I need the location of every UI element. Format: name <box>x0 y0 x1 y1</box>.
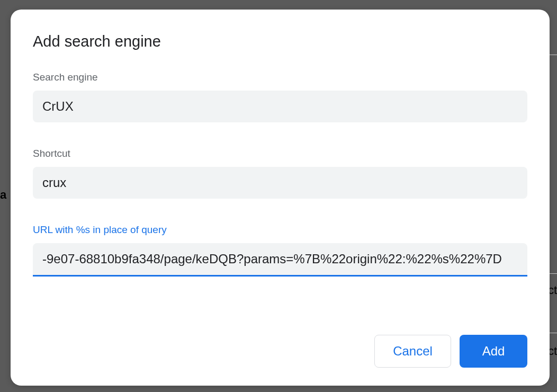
dialog-button-row: Cancel Add <box>33 335 527 368</box>
url-label: URL with %s in place of query <box>33 224 527 236</box>
shortcut-field-group: Shortcut <box>33 148 527 199</box>
search-engine-label: Search engine <box>33 72 527 83</box>
shortcut-input[interactable] <box>33 167 527 199</box>
cancel-button[interactable]: Cancel <box>374 335 451 368</box>
search-engine-input[interactable] <box>33 91 527 122</box>
add-search-engine-dialog: Add search engine Search engine Shortcut… <box>11 10 550 386</box>
url-field-group: URL with %s in place of query <box>33 224 527 277</box>
url-input[interactable] <box>33 243 527 277</box>
add-button[interactable]: Add <box>460 335 527 368</box>
shortcut-label: Shortcut <box>33 148 527 159</box>
search-engine-field-group: Search engine <box>33 72 527 122</box>
background-text-left: a <box>0 188 6 202</box>
dialog-title: Add search engine <box>33 33 527 50</box>
